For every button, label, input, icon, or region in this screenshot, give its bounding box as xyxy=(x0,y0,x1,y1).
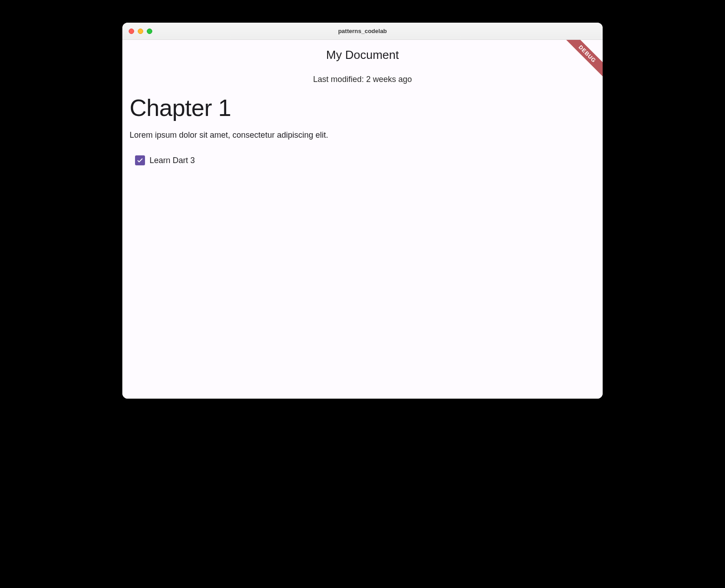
maximize-button[interactable] xyxy=(147,29,152,34)
close-button[interactable] xyxy=(129,29,134,34)
traffic-lights xyxy=(122,29,152,34)
titlebar[interactable]: patterns_codelab xyxy=(122,23,603,40)
check-icon xyxy=(136,157,144,164)
page-title: My Document xyxy=(122,48,603,62)
checkbox[interactable] xyxy=(135,155,145,165)
list-item[interactable]: Learn Dart 3 xyxy=(130,155,595,165)
chapter-heading: Chapter 1 xyxy=(130,94,595,121)
app-window: patterns_codelab DEBUG My Document Last … xyxy=(122,23,603,399)
minimize-button[interactable] xyxy=(138,29,143,34)
last-modified-label: Last modified: 2 weeks ago xyxy=(122,75,603,84)
todo-label: Learn Dart 3 xyxy=(150,156,195,165)
body-paragraph: Lorem ipsum dolor sit amet, consectetur … xyxy=(130,130,595,140)
document-content: Chapter 1 Lorem ipsum dolor sit amet, co… xyxy=(122,84,603,165)
app-header: My Document Last modified: 2 weeks ago xyxy=(122,40,603,84)
window-title: patterns_codelab xyxy=(122,28,603,34)
app-body: DEBUG My Document Last modified: 2 weeks… xyxy=(122,40,603,399)
